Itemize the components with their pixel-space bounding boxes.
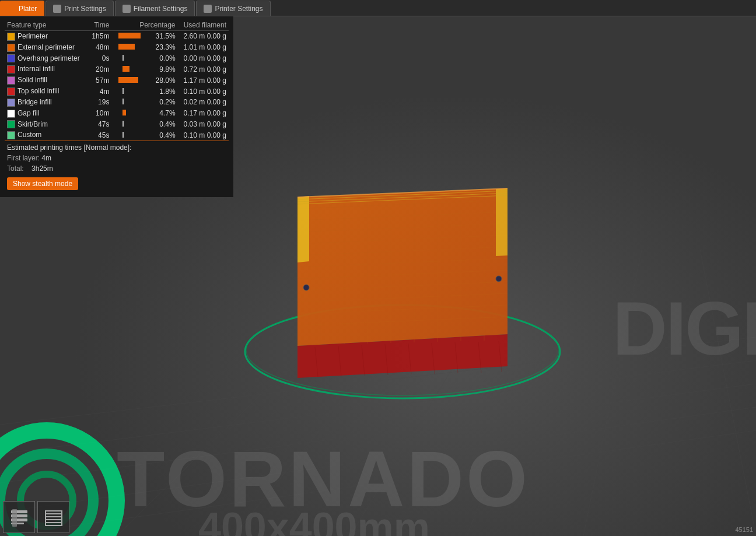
feature-filament: 1.17 m 0.00 g — [178, 75, 229, 86]
feature-name: Solid infill — [5, 75, 88, 86]
color-swatch — [7, 131, 15, 139]
tab-bar: Plater Print Settings Filament Settings … — [0, 0, 756, 16]
col-percentage: Percentage — [111, 20, 177, 31]
pct-value: 28.0% — [153, 76, 175, 85]
color-swatch — [7, 87, 15, 96]
feature-name: Internal infill — [5, 64, 88, 75]
feature-name-text: Perimeter — [18, 32, 48, 40]
tab-print-settings-label: Print Settings — [64, 5, 106, 13]
feature-percentage: 0.4% — [111, 119, 177, 130]
first-layer-label: First layer: — [7, 154, 40, 162]
arrange-icon-button[interactable] — [37, 501, 69, 533]
feature-filament: 0.72 m 0.00 g — [178, 64, 229, 75]
color-swatch — [7, 76, 15, 85]
stats-row-external-perimeter: External perimeter48m 23.3%1.01 m 0.00 g — [5, 42, 229, 53]
feature-name: Custom — [5, 129, 88, 141]
print-settings-icon — [53, 5, 61, 13]
stats-row-internal-infill: Internal infill20m 9.8%0.72 m 0.00 g — [5, 64, 229, 75]
feature-percentage: 28.0% — [111, 75, 177, 86]
pct-value: 1.8% — [158, 87, 176, 96]
svg-rect-71 — [45, 516, 62, 517]
feature-name-text: Top solid infill — [18, 87, 59, 95]
feature-percentage: 23.3% — [111, 42, 177, 53]
bottom-right-number: 45151 — [735, 526, 753, 533]
pct-value: 9.8% — [158, 65, 176, 73]
svg-point-53 — [496, 276, 502, 282]
feature-time: 10m — [88, 108, 112, 119]
svg-rect-72 — [45, 519, 62, 520]
feature-filament: 2.60 m 0.00 g — [178, 31, 229, 42]
svg-text:400x400mm: 400x400mm — [198, 505, 430, 536]
svg-point-52 — [303, 285, 309, 290]
feature-name-text: Overhang perimeter — [18, 54, 80, 62]
feature-filament: 1.01 m 0.00 g — [178, 42, 229, 53]
feature-filament: 0.10 m 0.00 g — [178, 129, 229, 141]
feature-name-text: Skirt/Brim — [18, 120, 48, 128]
feature-name-text: Gap fill — [18, 109, 39, 117]
color-swatch — [7, 44, 15, 52]
viewport-area: TORNADO 400x400mm DIGITALI — [0, 16, 756, 536]
plater-icon — [8, 5, 16, 13]
svg-rect-74 — [45, 525, 62, 526]
feature-name-text: Internal infill — [18, 65, 55, 73]
stats-row-top-solid-infill: Top solid infill4m 1.8%0.10 m 0.00 g — [5, 86, 229, 97]
stats-row-solid-infill: Solid infill57m 28.0%1.17 m 0.00 g — [5, 75, 229, 86]
svg-rect-76 — [61, 510, 62, 526]
svg-rect-70 — [45, 513, 62, 514]
feature-name: Overhang perimeter — [5, 53, 88, 64]
feature-time: 45s — [88, 129, 112, 141]
pct-value: 0.2% — [158, 98, 176, 106]
feature-time: 47s — [88, 119, 112, 130]
filament-settings-icon — [123, 5, 131, 13]
feature-percentage: 0.4% — [111, 129, 177, 141]
tab-printer-settings[interactable]: Printer Settings — [196, 1, 270, 16]
svg-rect-69 — [45, 510, 62, 512]
col-feature-type: Feature type — [5, 20, 88, 31]
svg-rect-68 — [12, 509, 17, 527]
feature-name-text: Custom — [18, 131, 41, 139]
tab-filament-settings[interactable]: Filament Settings — [115, 1, 195, 16]
feature-time: 1h5m — [88, 31, 112, 42]
feature-percentage: 9.8% — [111, 64, 177, 75]
feature-time: 19s — [88, 97, 112, 108]
feature-name: Top solid infill — [5, 86, 88, 97]
tab-plater-label: Plater — [19, 5, 37, 13]
color-swatch — [7, 65, 15, 73]
svg-marker-30 — [298, 188, 508, 346]
feature-name-text: Solid infill — [18, 76, 47, 84]
feature-name-text: External perimeter — [18, 43, 75, 51]
stats-table: Feature type Time Percentage Used filame… — [5, 20, 229, 141]
feature-filament: 0.10 m 0.00 g — [178, 86, 229, 97]
first-layer-time: 4m — [41, 154, 51, 162]
feature-name-text: Bridge infill — [18, 98, 52, 106]
total-info: Total: 3h25m — [5, 163, 229, 174]
svg-rect-73 — [45, 522, 62, 523]
stats-row-custom: Custom45s 0.4%0.10 m 0.00 g — [5, 129, 229, 141]
feature-filament: 0.03 m 0.00 g — [178, 119, 229, 130]
feature-percentage: 0.0% — [111, 53, 177, 64]
layers-icon-button[interactable] — [3, 501, 35, 533]
feature-name: Gap fill — [5, 108, 88, 119]
estimated-printing-label: Estimated printing times [Normal mode]: — [5, 141, 229, 153]
stealth-mode-button[interactable]: Show stealth mode — [7, 177, 78, 190]
col-used-filament: Used filament — [178, 20, 229, 31]
total-time: 3h25m — [32, 164, 53, 173]
feature-time: 57m — [88, 75, 112, 86]
col-time: Time — [88, 20, 112, 31]
tab-print-settings[interactable]: Print Settings — [46, 1, 113, 16]
stats-row-overhang-perimeter: Overhang perimeter0s 0.0%0.00 m 0.00 g — [5, 53, 229, 64]
first-layer-info: First layer: 4m — [5, 153, 229, 163]
feature-filament: 0.17 m 0.00 g — [178, 108, 229, 119]
feature-time: 48m — [88, 42, 112, 53]
feature-name: External perimeter — [5, 42, 88, 53]
svg-text:DIGITALI: DIGITALI — [612, 286, 756, 371]
feature-name: Skirt/Brim — [5, 119, 88, 130]
pct-value: 23.3% — [153, 43, 175, 51]
tab-plater[interactable]: Plater — [0, 1, 44, 16]
feature-percentage: 31.5% — [111, 31, 177, 42]
tab-printer-settings-label: Printer Settings — [215, 5, 262, 13]
color-swatch — [7, 99, 15, 107]
tab-filament-settings-label: Filament Settings — [134, 5, 188, 13]
feature-percentage: 0.2% — [111, 97, 177, 108]
feature-name: Perimeter — [5, 31, 88, 42]
